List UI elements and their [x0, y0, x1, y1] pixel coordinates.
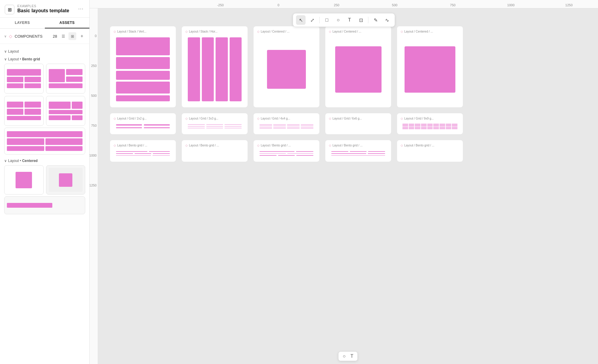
subsection-label-text: Layout • Bento grid	[8, 57, 40, 61]
component-title-stack-horiz: ◇ Layout / Stack / Hor...	[185, 30, 244, 33]
component-label-stack-vert: Layout / Stack / Vert...	[117, 30, 147, 33]
bento-thumb-5[interactable]	[4, 128, 85, 155]
sidebar-section-layout[interactable]: ∨ Layout	[4, 47, 85, 55]
preview-bento-3	[257, 149, 316, 158]
component-label-bento-4: Layout / Bento grid / ...	[332, 144, 363, 147]
component-label-bento-1: Layout / Bento grid / ...	[117, 144, 147, 147]
preview-bento-5	[401, 149, 459, 158]
bento-thumb-4[interactable]	[46, 96, 86, 126]
diamond-icon-8: ◇	[257, 117, 260, 120]
diamond-icon-15: ◇	[401, 144, 403, 147]
centered-thumb-1[interactable]	[4, 165, 44, 195]
centered-thumbs	[4, 165, 85, 195]
preview-grid-4x4	[257, 122, 316, 131]
section-arrow: ∨	[4, 49, 7, 53]
grid-view-button[interactable]: ⊞	[68, 32, 76, 40]
component-centered-3: ◇ Layout / Centered / ...	[397, 26, 463, 107]
component-title-grid-3x3: ◇ Layout / Grid / 3x3 g...	[185, 117, 244, 120]
sidebar-subsection-bento[interactable]: ∨ Layout • Bento grid	[4, 55, 85, 64]
row-1: ◇ Layout / Stack / Vert...	[110, 26, 586, 107]
component-grid-2x2: ◇ Layout / Grid / 2x2 g...	[110, 113, 176, 134]
bottom-circle-tool[interactable]: ○	[343, 354, 346, 359]
preview-grid-9x9	[401, 122, 459, 131]
section-label-text: Layout	[8, 49, 19, 53]
component-bento-5: ◇ Layout / Bento grid / ...	[397, 140, 463, 162]
subsection-centered-text: Layout • Centered	[8, 159, 38, 163]
component-stack-horiz: ◇ Layout / Stack / Hor...	[182, 26, 248, 107]
tab-assets[interactable]: ASSETS	[45, 18, 90, 28]
component-bento-2: ◇ Layout / Bento grid / ...	[182, 140, 248, 162]
preview-bento-4	[329, 149, 388, 158]
extra-thumbs	[4, 196, 85, 214]
component-centered-2: ◇ Layout / Centered / ...	[325, 26, 391, 107]
diamond-icon-12: ◇	[185, 144, 188, 147]
bottom-toolbar: ○ T	[338, 351, 358, 361]
diamond-icon-3: ◇	[257, 30, 260, 33]
bento-grid-thumbs	[4, 64, 85, 126]
bento-thumb-2[interactable]	[46, 64, 86, 94]
text-tool-button[interactable]: T	[345, 15, 354, 25]
preview-bento-2	[185, 149, 244, 158]
toolbar-divider-1	[319, 17, 320, 23]
bento-thumb-3[interactable]	[4, 96, 44, 126]
component-title-grid-9x9: ◇ Layout / Grid / 9x9 g...	[401, 117, 459, 120]
diamond-icon-10: ◇	[401, 117, 403, 120]
left-panel: ⊞ EXAMPLES Basic layouts template ⋯ LAYE…	[0, 0, 90, 364]
ruler-left-0: 0	[95, 34, 97, 38]
diamond-icon-5: ◇	[401, 30, 403, 33]
ruler-mark-neg250: -250	[191, 3, 249, 7]
ruler-left: 0 250 500 750 1000 1250	[90, 8, 98, 364]
preview-grid-6x6	[329, 122, 388, 131]
diamond-icon-11: ◇	[114, 144, 116, 147]
component-bento-4: ◇ Layout / Bento grid / ...	[325, 140, 391, 162]
component-grid-6x6: ◇ Layout / Grid / 6x6 g...	[325, 113, 391, 134]
toolbar-divider-2	[368, 17, 368, 23]
subsection-arrow: ∨	[4, 57, 7, 61]
app-icon: ⊞	[5, 5, 14, 14]
preview-stack-vert	[114, 35, 172, 104]
frame-tool-button[interactable]: ⤢	[307, 15, 317, 25]
bento-thumb-1[interactable]	[4, 64, 44, 94]
circle-tool-button[interactable]: ○	[333, 15, 343, 25]
list-view-button[interactable]: ☰	[60, 32, 67, 40]
component-title-centered-3: ◇ Layout / Centered / ...	[401, 30, 459, 33]
select-tool-button[interactable]: ↖	[296, 15, 306, 25]
sidebar-content: ∨ Layout ∨ Layout • Bento grid	[0, 44, 89, 364]
preview-stack-horiz	[185, 35, 244, 104]
bottom-text-tool[interactable]: T	[350, 354, 353, 359]
diamond-icon-7: ◇	[185, 117, 188, 120]
add-component-button[interactable]: +	[79, 33, 85, 39]
sidebar-subsection-centered[interactable]: ∨ Layout • Centered	[4, 156, 85, 165]
ruler-left-750: 750	[91, 124, 97, 127]
ruler-mark-750: 750	[424, 3, 482, 7]
image-tool-button[interactable]: ⊡	[356, 15, 366, 25]
component-centered-1: ◇ Layout / Centered / ...	[254, 26, 319, 107]
ruler-mark-500: 500	[366, 3, 424, 7]
centered-thumb-2[interactable]	[46, 165, 86, 195]
rect-tool-button[interactable]: □	[322, 15, 332, 25]
main-area: -250 0 250 500 750 1000 1250 0 250 500 7…	[90, 0, 598, 364]
component-grid-4x4: ◇ Layout / Grid / 4x4 g...	[254, 113, 319, 134]
canvas[interactable]: ◇ Layout / Stack / Vert...	[98, 8, 598, 364]
component-title-bento-5: ◇ Layout / Bento grid / ...	[401, 144, 459, 147]
components-header: ∨ ◇ COMPONENTS 28 ☰ ⊞ +	[0, 29, 89, 44]
ruler-mark-1250: 1250	[540, 3, 598, 7]
component-label-stack-horiz: Layout / Stack / Hor...	[189, 30, 218, 33]
more-button[interactable]: ⋯	[77, 4, 85, 13]
component-label-centered-2: Layout / Centered / ...	[332, 30, 361, 33]
component-title-grid-4x4: ◇ Layout / Grid / 4x4 g...	[257, 117, 316, 120]
component-label-centered-3: Layout / Centered / ...	[404, 30, 433, 33]
header: ⊞ EXAMPLES Basic layouts template ⋯	[0, 0, 89, 18]
pen-tool-button[interactable]: ✎	[371, 15, 380, 25]
preview-grid-2x2	[114, 122, 172, 131]
ruler-top: -250 0 250 500 750 1000 1250	[90, 0, 598, 8]
ruler-left-1000: 1000	[90, 154, 97, 157]
curve-tool-button[interactable]: ∿	[382, 15, 392, 25]
row-2: ◇ Layout / Grid / 2x2 g...	[110, 113, 586, 134]
component-title-bento-1: ◇ Layout / Bento grid / ...	[114, 144, 172, 147]
tab-layers[interactable]: LAYERS	[0, 18, 45, 28]
diamond-icon-1: ◇	[114, 30, 116, 33]
extra-thumb-1[interactable]	[4, 196, 85, 214]
components-toggle[interactable]: ∨	[4, 34, 7, 38]
component-grid-3x3: ◇ Layout / Grid / 3x3 g...	[182, 113, 248, 134]
